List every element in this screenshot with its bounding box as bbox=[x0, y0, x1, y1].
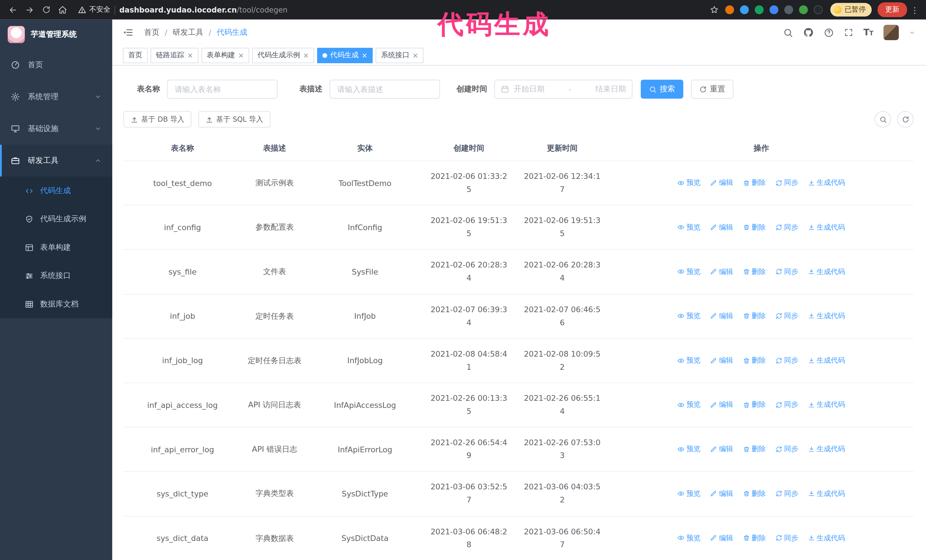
sidebar-item-form-builder[interactable]: 表单构建 bbox=[0, 233, 112, 261]
preview-link[interactable]: 预览 bbox=[678, 355, 701, 365]
sync-link[interactable]: 同步 bbox=[775, 267, 798, 276]
edit-link[interactable]: 编辑 bbox=[710, 444, 733, 454]
font-size-icon[interactable]: TT bbox=[863, 28, 873, 37]
extension-icon[interactable] bbox=[725, 5, 734, 14]
edit-link[interactable]: 编辑 bbox=[710, 311, 733, 321]
delete-link[interactable]: 删除 bbox=[743, 355, 766, 365]
caret-down-icon[interactable] bbox=[909, 29, 915, 36]
sync-link[interactable]: 同步 bbox=[775, 533, 798, 543]
sync-link[interactable]: 同步 bbox=[775, 355, 798, 365]
generate-code-link[interactable]: 生成代码 bbox=[808, 267, 845, 276]
close-icon[interactable]: × bbox=[362, 51, 368, 59]
sidebar-item-codegen[interactable]: 代码生成 bbox=[0, 177, 112, 205]
generate-code-link[interactable]: 生成代码 bbox=[808, 178, 845, 188]
extension-icon[interactable] bbox=[799, 5, 808, 14]
delete-link[interactable]: 删除 bbox=[743, 222, 766, 232]
search-button[interactable]: 搜索 bbox=[641, 80, 683, 98]
sync-link[interactable]: 同步 bbox=[775, 444, 798, 454]
close-icon[interactable]: × bbox=[187, 51, 193, 59]
close-icon[interactable]: × bbox=[238, 51, 244, 59]
edit-link[interactable]: 编辑 bbox=[710, 178, 733, 188]
reload-button[interactable] bbox=[39, 3, 53, 17]
update-button[interactable]: 更新 bbox=[878, 2, 907, 17]
generate-code-link[interactable]: 生成代码 bbox=[808, 444, 845, 454]
preview-link[interactable]: 预览 bbox=[678, 222, 701, 232]
sidebar-item-codegen-example[interactable]: 代码生成示例 bbox=[0, 205, 112, 233]
github-icon[interactable] bbox=[803, 27, 814, 38]
generate-code-link[interactable]: 生成代码 bbox=[808, 222, 845, 232]
sidebar-item-api[interactable]: 系统接口 bbox=[0, 261, 112, 290]
generate-code-link[interactable]: 生成代码 bbox=[808, 400, 845, 410]
generate-code-link[interactable]: 生成代码 bbox=[808, 533, 845, 543]
tab-api[interactable]: 系统接口× bbox=[376, 48, 424, 63]
sidebar-fold-icon[interactable] bbox=[123, 27, 133, 38]
refresh-button[interactable] bbox=[897, 111, 914, 128]
sidebar-item-infrastructure[interactable]: 基础设施 bbox=[0, 113, 112, 145]
edit-link[interactable]: 编辑 bbox=[710, 222, 733, 232]
table-name-input[interactable] bbox=[167, 80, 278, 98]
sync-link[interactable]: 同步 bbox=[775, 489, 798, 498]
extension-icon[interactable] bbox=[814, 5, 823, 14]
import-db-button[interactable]: 基于 DB 导入 bbox=[123, 111, 191, 128]
edit-link[interactable]: 编辑 bbox=[710, 355, 733, 365]
breadcrumb-item-home[interactable]: 首页 bbox=[144, 27, 160, 38]
tab-codegen[interactable]: 代码生成× bbox=[317, 48, 373, 63]
sidebar-item-system[interactable]: 系统管理 bbox=[0, 81, 112, 113]
search-icon[interactable] bbox=[783, 27, 793, 37]
sync-link[interactable]: 同步 bbox=[775, 222, 798, 232]
edit-link[interactable]: 编辑 bbox=[710, 489, 733, 498]
delete-link[interactable]: 删除 bbox=[743, 400, 766, 410]
close-icon[interactable]: × bbox=[412, 51, 418, 59]
delete-link[interactable]: 删除 bbox=[743, 311, 766, 321]
import-sql-button[interactable]: 基于 SQL 导入 bbox=[198, 111, 270, 128]
user-avatar[interactable] bbox=[884, 25, 899, 40]
preview-link[interactable]: 预览 bbox=[678, 267, 701, 276]
home-button[interactable] bbox=[56, 3, 70, 17]
extension-icon[interactable] bbox=[784, 5, 793, 14]
sync-link[interactable]: 同步 bbox=[775, 311, 798, 321]
close-icon[interactable]: × bbox=[303, 51, 309, 59]
preview-link[interactable]: 预览 bbox=[678, 533, 701, 543]
help-icon[interactable] bbox=[824, 27, 834, 37]
sidebar-item-devtools[interactable]: 研发工具 bbox=[0, 145, 112, 177]
delete-link[interactable]: 删除 bbox=[743, 444, 766, 454]
forward-button[interactable] bbox=[23, 3, 37, 17]
preview-link[interactable]: 预览 bbox=[678, 311, 701, 321]
sidebar-item-home[interactable]: 首页 bbox=[0, 49, 112, 81]
breadcrumb-item-devtools[interactable]: 研发工具 bbox=[172, 27, 203, 38]
tab-codegen-example[interactable]: 代码生成示例× bbox=[252, 48, 314, 63]
sync-link[interactable]: 同步 bbox=[775, 400, 798, 410]
preview-link[interactable]: 预览 bbox=[678, 444, 701, 454]
delete-link[interactable]: 删除 bbox=[743, 489, 766, 498]
fullscreen-icon[interactable] bbox=[844, 28, 853, 37]
preview-link[interactable]: 预览 bbox=[678, 400, 701, 410]
delete-link[interactable]: 删除 bbox=[743, 533, 766, 543]
address-bar[interactable]: 不安全 dashboard.yudao.iocoder.cn/tool/code… bbox=[78, 5, 705, 15]
delete-link[interactable]: 删除 bbox=[743, 178, 766, 188]
browser-menu-icon[interactable]: ⋮ bbox=[909, 5, 920, 15]
generate-code-link[interactable]: 生成代码 bbox=[808, 489, 845, 498]
back-button[interactable] bbox=[6, 3, 20, 17]
sync-link[interactable]: 同步 bbox=[775, 178, 798, 188]
delete-link[interactable]: 删除 bbox=[743, 267, 766, 276]
extension-icon[interactable] bbox=[770, 5, 778, 14]
paused-badge[interactable]: 已暂停 bbox=[830, 3, 872, 17]
reset-button[interactable]: 重置 bbox=[691, 80, 733, 98]
date-range-input[interactable]: 开始日期 - 结束日期 bbox=[494, 80, 632, 98]
extension-icon[interactable] bbox=[740, 5, 749, 14]
preview-link[interactable]: 预览 bbox=[678, 489, 701, 498]
app-logo[interactable]: 芋道管理系统 bbox=[0, 20, 112, 49]
tab-trace[interactable]: 链路追踪× bbox=[151, 48, 198, 63]
generate-code-link[interactable]: 生成代码 bbox=[808, 311, 845, 321]
generate-code-link[interactable]: 生成代码 bbox=[808, 355, 845, 365]
edit-link[interactable]: 编辑 bbox=[710, 400, 733, 410]
tab-home[interactable]: 首页 bbox=[123, 48, 148, 63]
edit-link[interactable]: 编辑 bbox=[710, 533, 733, 543]
search-toggle-button[interactable] bbox=[875, 111, 891, 128]
table-desc-input[interactable] bbox=[330, 80, 440, 98]
sidebar-item-db-doc[interactable]: 数据库文档 bbox=[0, 290, 112, 318]
edit-link[interactable]: 编辑 bbox=[710, 267, 733, 276]
preview-link[interactable]: 预览 bbox=[678, 178, 701, 188]
tab-form-builder[interactable]: 表单构建× bbox=[201, 48, 249, 63]
extension-icon[interactable] bbox=[755, 5, 764, 14]
